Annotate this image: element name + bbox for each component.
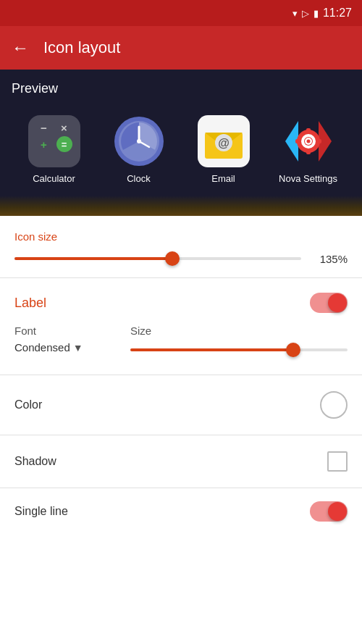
size-col-label: Size [130,325,348,337]
preview-bottom-gradient [0,196,362,216]
single-line-toggle-knob [328,502,347,521]
font-col-label: Font [14,325,130,337]
svg-text:@: @ [218,137,230,149]
font-size-row: Font Condensed ▼ Size [14,325,348,359]
slider-fill [14,257,172,260]
signal-icon: ▷ [302,8,309,19]
label-section: Label Font Condensed ▼ Size [0,281,362,372]
shadow-label: Shadow [14,455,56,468]
color-label: Color [14,398,42,411]
color-row[interactable]: Color [0,378,362,432]
preview-label: Preview [12,81,350,96]
calc-times: × [61,122,67,133]
divider-1 [0,277,362,278]
calc-equals: = [56,136,72,152]
icon-size-slider[interactable] [14,250,301,267]
preview-section: Preview − × + = Calculator [0,70,362,196]
settings-content: Icon size 135% Label Font Conden [0,216,362,522]
size-slider-thumb[interactable] [286,343,300,357]
wifi-icon: ▾ [292,8,298,19]
nova-settings-icon [282,115,334,167]
font-value: Condensed [14,341,70,354]
svg-rect-15 [306,149,311,154]
font-column: Font Condensed ▼ [14,325,130,354]
preview-icons-row: − × + = Calculator [12,108,350,196]
icon-size-value: 135% [311,253,348,265]
nova-label: Nova Settings [279,173,337,184]
page-title: Icon layout [43,38,120,57]
icon-size-title: Icon size [14,230,348,243]
app-email: @ Email [191,115,256,184]
status-bar: ▾ ▷ ▮ 11:27 [0,0,362,26]
clock-label: Clock [127,173,151,184]
clock-icon [113,115,165,167]
app-nova: Nova Settings [276,115,341,184]
slider-track [14,257,301,260]
svg-point-4 [137,139,141,143]
font-dropdown[interactable]: Condensed ▼ [14,341,130,354]
size-slider-track [130,348,348,351]
label-header: Label [14,293,348,313]
app-bar: ← Icon layout [0,26,362,70]
divider-3 [0,435,362,435]
single-line-row[interactable]: Single line [0,491,362,522]
email-label: Email [211,173,235,184]
single-line-toggle[interactable] [310,501,348,522]
shadow-checkbox[interactable] [327,451,348,472]
calculator-icon: − × + = [28,115,80,167]
divider-2 [0,375,362,375]
svg-rect-17 [316,139,321,143]
color-picker[interactable] [320,391,348,419]
dropdown-arrow-icon: ▼ [73,342,83,354]
label-title: Label [14,296,46,311]
label-toggle[interactable] [310,293,348,313]
status-icons: ▾ ▷ ▮ 11:27 [292,7,352,20]
svg-rect-16 [295,139,301,143]
svg-point-20 [306,140,310,143]
calc-minus: − [41,122,47,133]
calc-plus: + [41,138,47,151]
app-calculator: − × + = Calculator [22,115,87,184]
size-column: Size [130,325,348,359]
icon-size-slider-row: 135% [14,250,348,267]
calculator-label: Calculator [33,173,75,184]
battery-icon: ▮ [313,8,319,19]
size-slider-fill [130,348,293,351]
email-icon: @ [198,115,250,167]
back-button[interactable]: ← [12,38,29,58]
shadow-row[interactable]: Shadow [0,438,362,485]
slider-thumb[interactable] [165,251,180,266]
size-slider[interactable] [130,341,348,359]
toggle-knob [328,293,347,312]
divider-4 [0,488,362,488]
status-time: 11:27 [323,7,352,20]
app-clock: Clock [106,115,172,184]
icon-size-section: Icon size 135% [0,216,362,275]
svg-rect-14 [306,128,311,134]
single-line-label: Single line [14,505,68,518]
